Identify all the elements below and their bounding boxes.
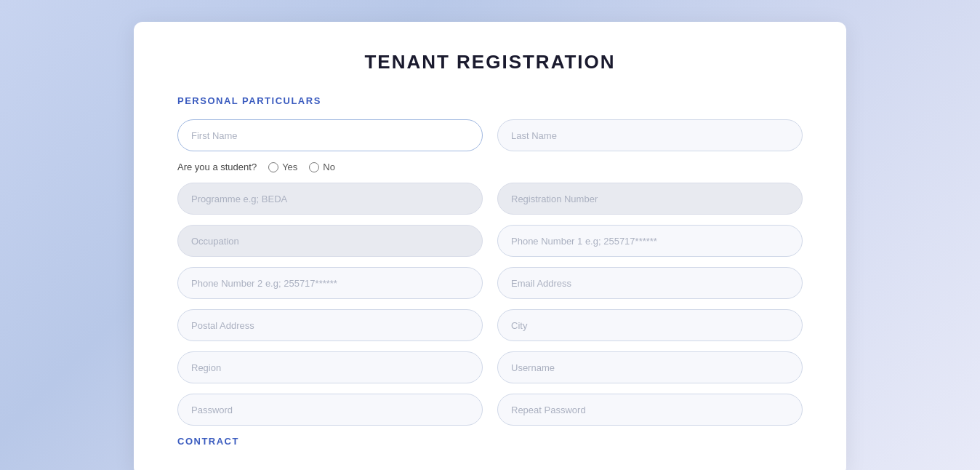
first-name-input[interactable] (177, 119, 483, 151)
region-input[interactable] (177, 351, 483, 383)
phone2-email-row (177, 267, 803, 299)
student-row: Are you a student? Yes No (177, 162, 803, 172)
student-yes-radio[interactable] (268, 162, 278, 172)
student-yes-label[interactable]: Yes (268, 162, 297, 172)
name-row (177, 119, 803, 151)
phone1-input[interactable] (497, 225, 803, 257)
personal-section-title: PERSONAL PARTICULARS (177, 95, 803, 106)
registration-form-card: TENANT REGISTRATION PERSONAL PARTICULARS… (134, 22, 846, 470)
email-input[interactable] (497, 267, 803, 299)
student-no-radio[interactable] (309, 162, 319, 172)
last-name-input[interactable] (497, 119, 803, 151)
repeat-password-input[interactable] (497, 394, 803, 426)
password-row (177, 394, 803, 426)
programme-input[interactable] (177, 183, 483, 215)
programme-row (177, 183, 803, 215)
registration-number-input[interactable] (497, 183, 803, 215)
password-input[interactable] (177, 394, 483, 426)
student-question-label: Are you a student? (177, 162, 257, 172)
postal-address-input[interactable] (177, 309, 483, 341)
page-title: TENANT REGISTRATION (177, 51, 803, 73)
student-no-label[interactable]: No (309, 162, 335, 172)
occupation-input[interactable] (177, 225, 483, 257)
contract-section-title: CONTRACT (177, 436, 803, 447)
region-username-row (177, 351, 803, 383)
phone2-input[interactable] (177, 267, 483, 299)
city-input[interactable] (497, 309, 803, 341)
username-input[interactable] (497, 351, 803, 383)
occupation-phone1-row (177, 225, 803, 257)
postal-city-row (177, 309, 803, 341)
